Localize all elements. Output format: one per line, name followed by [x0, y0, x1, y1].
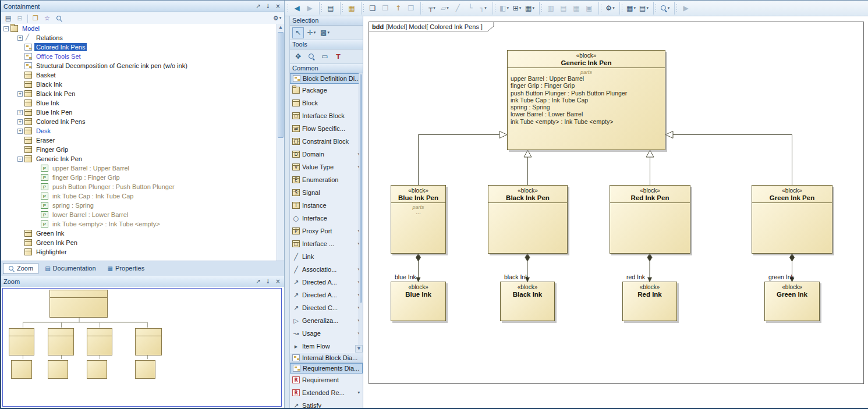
generalization-red-ink-pen-to-generic[interactable]	[646, 150, 654, 185]
search-icon[interactable]	[54, 13, 64, 23]
composition-blue-ink-pen-to-blue-ink[interactable]	[416, 254, 421, 282]
palette-group-requirements-diagram[interactable]: Requirements Dia... ▾	[290, 363, 363, 374]
association-role-label[interactable]: red Ink	[626, 273, 645, 280]
tree-expand-toggle[interactable]	[17, 110, 23, 115]
palette-scrollbar[interactable]	[359, 73, 363, 345]
run-button[interactable]: ▶▾	[679, 2, 692, 14]
zoom-viewport-rect[interactable]	[2, 288, 282, 407]
palette-group-internal-block-diagram[interactable]: Internal Block Dia... ▾	[290, 353, 363, 363]
scrollbar-thumb[interactable]	[278, 32, 284, 138]
tab-documentation[interactable]: ▤ Documentation	[40, 263, 101, 274]
block-red-ink-pen[interactable]: «block» Red Ink Pen	[610, 185, 690, 254]
palette-item-value-type[interactable]: V Value Type ▾	[290, 161, 363, 173]
tree-expand-toggle[interactable]	[17, 119, 23, 125]
duplicate-button[interactable]: ❒▾	[405, 2, 417, 14]
open-diagram-icon[interactable]: ❒	[30, 13, 41, 23]
show-window-button[interactable]: ▦▾	[625, 2, 637, 14]
palette-item-link[interactable]: ╱ Link ▾	[290, 250, 363, 263]
tree-item[interactable]: Generic Ink Pen	[1, 154, 277, 163]
diagram-canvas[interactable]: bdd [Model] Model[ Colored Ink Pens ] «b…	[364, 16, 868, 408]
part-property[interactable]: finger Grip : Finger Grip	[508, 82, 665, 89]
palette-item-generalization[interactable]: ▷ Generaliza... ▾	[290, 314, 363, 327]
palette-item-flow-specification[interactable]: ⇄ Flow Specific... ▾	[290, 122, 363, 135]
grid-button[interactable]: ⊞▾	[511, 2, 523, 14]
tree-item[interactable]: Office Tools Set	[1, 52, 277, 61]
palette-item-package[interactable]: Package ▾	[290, 84, 363, 97]
copy-button[interactable]: ❏▾	[366, 2, 379, 14]
pin-panel-icon[interactable]: ⊸	[264, 278, 272, 285]
tree-item[interactable]: Blue Ink Pen	[1, 108, 277, 117]
palette-item-signal[interactable]: S Signal ▾	[290, 186, 363, 199]
panel-splitter[interactable]	[285, 16, 289, 408]
chevron-down-icon[interactable]: ▾	[357, 390, 362, 395]
palette-item-interface-more[interactable]: □ Interface ... ▾	[290, 237, 363, 250]
diagram-frame-heading[interactable]: bdd [Model] Model[ Colored Ink Pens ]	[369, 22, 498, 31]
containment-settings-icon[interactable]: ⚙▾	[272, 13, 282, 23]
tree-item[interactable]: ink Tube <empty> : Ink Tube <empty>	[1, 219, 277, 229]
align-left-button[interactable]: ▥▾	[544, 2, 557, 14]
quick-layout-button[interactable]: ▱▾	[438, 2, 451, 14]
tree-item[interactable]: Model	[1, 24, 277, 33]
generalization-green-ink-pen-to-generic[interactable]	[665, 131, 792, 186]
containment-tree-button[interactable]: ▤▾	[324, 2, 337, 14]
composition-red-ink-pen-to-red-ink[interactable]	[647, 254, 652, 282]
collapse-all-icon[interactable]: ⊟	[15, 13, 25, 23]
palette-item-block[interactable]: Block ▾	[290, 97, 363, 109]
association-role-label[interactable]: black Ink	[504, 273, 528, 280]
part-property[interactable]: ink Tube <empty> : Ink Tube <empty>	[508, 118, 665, 125]
selection-tool[interactable]: ↖▾	[292, 27, 304, 38]
palette-item-usage[interactable]: ↝ Usage ▾	[290, 327, 363, 340]
table-button[interactable]: ▦▾	[523, 2, 536, 14]
sticky-selection-tool[interactable]: ✛▾	[306, 27, 317, 38]
tree-item[interactable]: Structural Decomposition of Generic ink …	[1, 61, 277, 70]
generalization-black-ink-pen-to-generic[interactable]	[524, 150, 532, 185]
palette-item-interface-block[interactable]: ○ Interface Block ▾	[290, 109, 363, 122]
selection-filter-tool[interactable]: ▩▾	[319, 27, 331, 38]
close-panel-icon[interactable]: ×	[274, 278, 282, 285]
tree-item[interactable]: Finger Grip	[1, 145, 277, 154]
tree-expand-toggle[interactable]	[17, 35, 23, 41]
pan-tool[interactable]: ✥▾	[292, 51, 304, 62]
tree-item[interactable]: Basket	[1, 70, 277, 80]
settings-button[interactable]: ⚙▾	[604, 2, 617, 14]
tree-item[interactable]: ink Tube Cap : Ink Tube Cap	[1, 191, 277, 201]
part-property[interactable]: ink Tube Cap : Ink Tube Cap	[508, 97, 665, 104]
tree-item[interactable]: Relations	[1, 33, 277, 42]
palette-item-item-flow[interactable]: ▸ Item Flow ▾	[290, 340, 363, 353]
tree-item[interactable]: Eraser	[1, 136, 277, 145]
tab-zoom[interactable]: Zoom	[3, 263, 38, 274]
palette-item-directed-association[interactable]: ↗ Directed A... ▾	[290, 276, 363, 289]
tree-expand-toggle[interactable]	[3, 26, 9, 31]
block-blue-ink-pen[interactable]: «block» Blue Ink Pen parts ...	[391, 185, 446, 254]
paste-button[interactable]: ❐▾	[379, 2, 392, 14]
tree-item[interactable]: Black Ink Pen	[1, 89, 277, 98]
palette-item-constraint-block[interactable]: {} Constraint Block ▾	[290, 135, 363, 148]
close-panel-icon[interactable]: ×	[274, 2, 282, 10]
palette-item-satisfy[interactable]: ↗ Satisfy ▾	[290, 399, 363, 408]
report-button[interactable]: ▤▾	[637, 2, 650, 14]
tree-expand-toggle[interactable]	[17, 129, 23, 134]
float-panel-icon[interactable]: ↗	[254, 2, 262, 10]
favorites-icon[interactable]: ☆	[42, 13, 52, 23]
association-role-label[interactable]: green Ink	[768, 273, 794, 280]
part-property[interactable]: push Button Plunger : Push Button Plunge…	[508, 90, 665, 97]
tree-item[interactable]: spring : Spring	[1, 201, 277, 210]
palette-item-association[interactable]: ╱ Associatio... ▾	[290, 263, 363, 276]
part-property[interactable]: spring : Spring	[508, 104, 665, 111]
fill-color-button[interactable]: ◧▾	[498, 2, 511, 14]
tree-item[interactable]: Colored Ink Pens	[1, 117, 277, 126]
palette-group-block-definition-diagram[interactable]: Block Definition Di... ▾	[290, 73, 363, 84]
block-red-ink[interactable]: red Ink «block» Red Ink	[622, 282, 677, 321]
scroll-up-icon[interactable]: ▲	[277, 24, 284, 31]
block-black-ink-pen[interactable]: «block» Black Ink Pen	[488, 185, 568, 254]
tree-item[interactable]: Desk	[1, 126, 277, 136]
tree-item[interactable]: Colored Ink Pens	[1, 42, 277, 52]
diagonal-path-button[interactable]: ╱▾	[451, 2, 464, 14]
tree-item[interactable]: push Button Plunger : Push Button Plunge…	[1, 182, 277, 191]
part-property[interactable]: lower Barrel : Lower Barrel	[508, 111, 665, 118]
tree-expand-toggle[interactable]	[17, 91, 23, 97]
text-tool[interactable]: T▾	[332, 51, 344, 62]
forward-button[interactable]: ▶▾	[303, 2, 316, 14]
palette-item-interface[interactable]: ○ Interface ▾	[290, 212, 363, 225]
back-button[interactable]: ◀▾	[290, 2, 303, 14]
